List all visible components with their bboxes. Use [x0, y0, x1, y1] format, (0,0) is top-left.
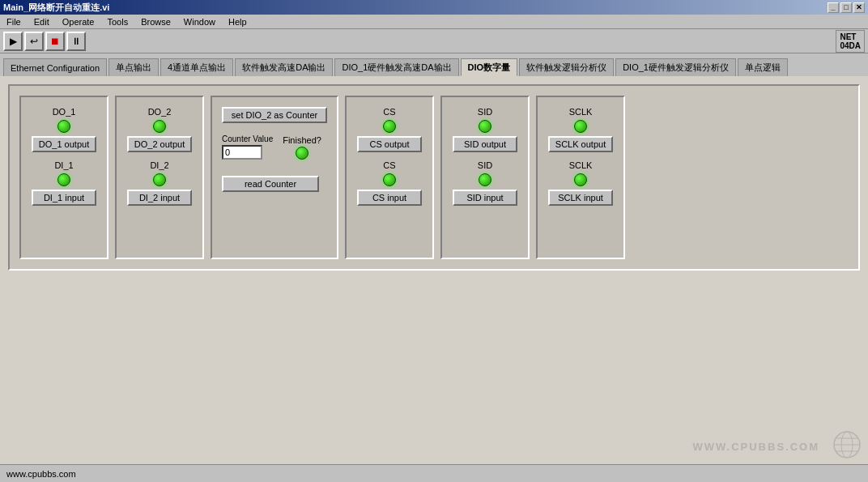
cs-out-label: CS [383, 107, 395, 117]
run-button[interactable]: ▶ [3, 32, 23, 51]
sclk-in-led [574, 173, 587, 186]
counter-input[interactable] [222, 145, 262, 160]
sclk-out-label: SCLK [569, 107, 593, 117]
status-bar: www.cpubbs.com [0, 464, 868, 482]
sid-output-container: SID SID output [453, 107, 517, 152]
finished-led [296, 147, 308, 160]
menu-tools[interactable]: Tools [104, 16, 131, 28]
cs-output-container: CS CS output [357, 107, 422, 152]
pause-button[interactable]: ⏸ [66, 32, 86, 51]
cs-output-button[interactable]: CS output [357, 136, 422, 152]
tab-bar: Ethernet Configuration 单点输出 4通道单点输出 软件触发… [0, 53, 868, 76]
group-do1: DO_1 DO_1 output DI_1 DI_1 input [19, 96, 108, 259]
tab-sw-logic[interactable]: 软件触发逻辑分析仪 [519, 58, 614, 76]
tab-single-output[interactable]: 单点输出 [108, 58, 159, 76]
title-bar-text: Main_网络断开自动重连.vi [3, 2, 109, 14]
group-sid: SID SID output SID SID input [440, 96, 530, 259]
title-bar-buttons: _ □ ✕ [828, 2, 865, 13]
sid-in-label: SID [478, 160, 492, 170]
counter-label: Counter Value [222, 134, 273, 143]
tab-sw-da[interactable]: 软件触发高速DA输出 [235, 58, 333, 76]
app-window: Main_网络断开自动重连.vi _ □ ✕ File Edit Operate… [0, 0, 868, 482]
menu-browse[interactable]: Browse [138, 16, 174, 28]
net-badge: NET04DA [836, 30, 865, 53]
sid-output-button[interactable]: SID output [453, 136, 517, 152]
sclk-output-button[interactable]: SCLK output [548, 136, 613, 152]
sid-in-led [479, 173, 491, 186]
status-text: www.cpubbs.com [6, 469, 76, 479]
menu-bar: File Edit Operate Tools Browse Window He… [0, 15, 868, 29]
sid-out-led [479, 120, 491, 133]
di1-input-container: DI_1 DI_1 input [32, 160, 96, 206]
title-bar: Main_网络断开自动重连.vi _ □ ✕ [0, 0, 868, 15]
sid-input-button[interactable]: SID input [453, 190, 517, 206]
return-button[interactable]: ↩ [24, 32, 44, 51]
group-counter: set DIO_2 as Counter Counter Value Finis… [211, 96, 338, 259]
cs-in-label: CS [383, 160, 395, 170]
menu-edit[interactable]: Edit [31, 16, 53, 28]
close-button[interactable]: ✕ [853, 2, 865, 13]
finished-label: Finished? [283, 135, 321, 145]
sclk-output-container: SCLK SCLK output [548, 107, 613, 152]
menu-file[interactable]: File [3, 16, 24, 28]
do2-label: DO_2 [148, 107, 172, 117]
do1-output-container: DO_1 DO_1 output [32, 107, 96, 152]
di2-label: DI_2 [150, 160, 168, 170]
maximize-button[interactable]: □ [840, 2, 852, 13]
tab-hw-logic[interactable]: DIO_1硬件触发逻辑分析仪 [615, 58, 736, 76]
di1-label: DI_1 [54, 160, 73, 170]
set-counter-button[interactable]: set DIO_2 as Counter [222, 107, 327, 123]
main-content: DO_1 DO_1 output DI_1 DI_1 input DO_2 DO… [0, 76, 868, 464]
di2-input-button[interactable]: DI_2 input [127, 190, 192, 206]
counter-value-field: Counter Value [222, 134, 273, 160]
tab-ethernet[interactable]: Ethernet Configuration [3, 58, 107, 76]
cs-out-led [383, 120, 396, 133]
globe-icon [832, 430, 862, 459]
sclk-input-button[interactable]: SCLK input [548, 190, 613, 206]
menu-help[interactable]: Help [225, 16, 250, 28]
cs-input-container: CS CS input [357, 160, 422, 206]
sclk-in-label: SCLK [569, 160, 593, 170]
sid-input-container: SID SID input [453, 160, 517, 206]
do1-output-button[interactable]: DO_1 output [32, 136, 96, 152]
tab-hw-da[interactable]: DIO_1硬件触发高速DA输出 [334, 58, 458, 76]
group-do2: DO_2 DO_2 output DI_2 DI_2 input [115, 96, 204, 259]
counter-row: Counter Value Finished? [222, 134, 321, 160]
do1-label: DO_1 [53, 107, 76, 117]
di2-input-container: DI_2 DI_2 input [127, 160, 192, 206]
minimize-button[interactable]: _ [828, 2, 839, 13]
tab-single-logic[interactable]: 单点逻辑 [738, 58, 788, 76]
menu-window[interactable]: Window [181, 16, 219, 28]
cs-in-led [383, 173, 396, 186]
tab-4ch-output[interactable]: 4通道单点输出 [160, 58, 233, 76]
menu-operate[interactable]: Operate [59, 16, 98, 28]
do2-output-button[interactable]: DO_2 output [127, 136, 192, 152]
tab-dio-digital[interactable]: DIO数字量 [461, 58, 518, 76]
group-sclk: SCLK SCLK output SCLK SCLK input [536, 96, 625, 259]
watermark: WWW.CPUBBS.COM [692, 441, 819, 453]
di1-input-button[interactable]: DI_1 input [32, 190, 96, 206]
finished-container: Finished? [283, 135, 321, 160]
sclk-out-led [574, 120, 587, 133]
stop-button[interactable]: ⏹ [45, 32, 65, 51]
di1-led [57, 173, 70, 186]
group-cs: CS CS output CS CS input [345, 96, 434, 259]
read-counter-button[interactable]: read Counter [222, 176, 319, 192]
inner-panel: DO_1 DO_1 output DI_1 DI_1 input DO_2 DO… [8, 84, 860, 271]
sid-out-label: SID [478, 107, 492, 117]
cs-input-button[interactable]: CS input [357, 190, 422, 206]
toolbar: ▶ ↩ ⏹ ⏸ NET04DA [0, 29, 868, 53]
do2-led [153, 120, 166, 133]
do1-led [57, 120, 70, 133]
di2-led [153, 173, 166, 186]
do2-output-container: DO_2 DO_2 output [127, 107, 192, 152]
sclk-input-container: SCLK SCLK input [548, 160, 613, 206]
